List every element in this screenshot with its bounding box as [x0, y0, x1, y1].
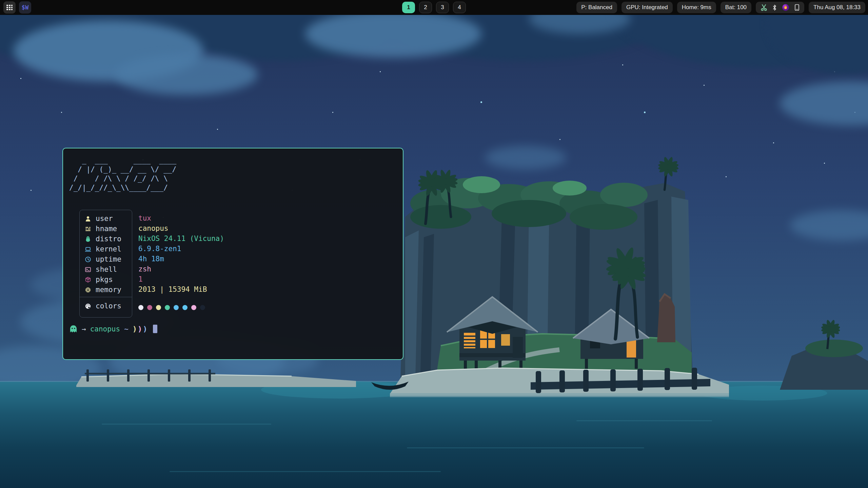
palette-dot	[174, 305, 179, 310]
table-row: uptime	[84, 254, 132, 264]
bluetooth-icon[interactable]	[772, 4, 777, 11]
grid-icon	[6, 4, 13, 11]
phone-icon[interactable]	[794, 4, 800, 11]
fetch-label: kernel	[96, 245, 121, 253]
nixos-ascii-logo: _ ___ ____ ____ / |/ (_)_ __/ __ \/ __/ …	[69, 156, 176, 192]
fetch-value: NixOS 24.11 (Vicuna)	[138, 233, 224, 244]
fetch-value: 1	[138, 274, 224, 284]
workspace-4[interactable]: 4	[453, 2, 466, 13]
desktop: _ ___ ____ ____ / |/ (_)_ __/ __ \/ __/ …	[0, 0, 868, 488]
terminal-prompt-icon	[84, 266, 91, 273]
ghost-icon	[69, 325, 78, 333]
fetch-value: 6.9.8-zen1	[138, 244, 224, 254]
clock-icon	[84, 256, 91, 263]
latency-pill[interactable]: Home: 9ms	[677, 2, 716, 13]
table-row: distro	[84, 234, 132, 244]
hostname-icon	[84, 225, 91, 232]
fetch-value: 4h 18m	[138, 254, 224, 264]
table-row: user	[84, 214, 132, 224]
fetch-label: distro	[96, 235, 121, 243]
fetch-label: colors	[96, 302, 121, 310]
table-row: pkgs	[84, 274, 132, 285]
workspace-switcher: 1 2 3 4	[402, 2, 466, 13]
app-launcher-button[interactable]	[3, 1, 16, 14]
prompt-path: ~	[124, 325, 129, 333]
prompt-arrow: →	[82, 325, 86, 333]
table-row: hname	[84, 224, 132, 234]
fetch-label: user	[96, 215, 113, 223]
flame-icon[interactable]	[782, 4, 789, 11]
penguin-icon	[84, 236, 91, 242]
prompt-host: canopus	[90, 325, 120, 333]
user-icon	[84, 215, 91, 222]
fetch-label-column: user hname distro kernel	[79, 210, 132, 318]
fetch-label: shell	[96, 265, 117, 273]
system-info-table: user hname distro kernel	[79, 210, 224, 318]
workspace-3[interactable]: 3	[436, 2, 449, 13]
fetch-value: 2013 | 15394 MiB	[138, 284, 224, 294]
palette-dot	[138, 305, 143, 310]
palette-dot	[182, 305, 188, 310]
palette-dot	[147, 305, 152, 310]
shell-prompt[interactable]: → canopus ~ ) ) )	[69, 325, 157, 333]
palette-dot	[156, 305, 161, 310]
fetch-value: zsh	[138, 264, 224, 274]
chip-icon	[84, 286, 91, 293]
package-icon	[84, 276, 91, 283]
fetch-label: uptime	[96, 255, 121, 263]
fetch-label: memory	[96, 286, 121, 294]
workspace-2[interactable]: 2	[419, 2, 432, 13]
table-row: shell	[84, 264, 132, 274]
table-row: memory	[84, 285, 132, 295]
fetch-value: canopus	[138, 223, 224, 233]
palette-dot	[191, 305, 196, 310]
palette-icon	[84, 303, 91, 309]
terminal-window[interactable]: _ ___ ____ ____ / |/ (_)_ __/ __ \/ __/ …	[62, 148, 403, 360]
scissors-icon[interactable]	[761, 4, 767, 11]
wezterm-icon: $W	[22, 4, 28, 11]
prompt-chevrons: ) ) )	[133, 325, 147, 333]
workspace-1[interactable]: 1	[402, 2, 415, 13]
palette-dot	[200, 305, 205, 310]
status-bar: $W 1 2 3 4 P: Balanced GPU: Integrated H…	[0, 0, 868, 15]
power-profile-pill[interactable]: P: Balanced	[576, 2, 617, 13]
table-row: kernel	[84, 244, 132, 254]
clock-pill[interactable]: Thu Aug 08, 18:33	[809, 2, 865, 13]
fetch-label: pkgs	[96, 276, 113, 284]
fetch-label: hname	[96, 225, 117, 233]
palette-dot	[165, 305, 170, 310]
wezterm-taskbar-button[interactable]: $W	[19, 1, 31, 14]
text-cursor[interactable]	[153, 325, 157, 333]
table-row: colors	[84, 297, 132, 315]
system-tray	[756, 2, 804, 13]
laptop-icon	[84, 246, 91, 252]
battery-pill[interactable]: Bat: 100	[721, 2, 751, 13]
terminal-color-palette	[138, 297, 224, 318]
fetch-value-column: tux canopus NixOS 24.11 (Vicuna) 6.9.8-z…	[138, 210, 224, 318]
gpu-pill[interactable]: GPU: Integrated	[622, 2, 673, 13]
fetch-value: tux	[138, 213, 224, 223]
